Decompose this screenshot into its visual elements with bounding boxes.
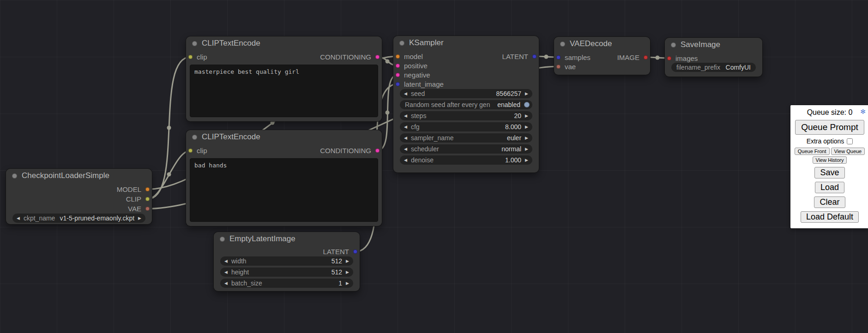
positive-input-dot[interactable] [396,64,400,68]
random-seed-toggle-widget[interactable]: Random seed after every gen enabled [400,100,532,109]
next-value-icon[interactable]: ▶ [138,216,141,220]
height-widget[interactable]: ◀ height 512 ▶ [220,268,353,277]
collapse-dot-icon[interactable] [220,237,225,242]
prev-value-icon[interactable]: ◀ [404,114,407,118]
clip-text-encode-negative-node[interactable]: CLIPTextEncode clip CONDITIONING bad han… [186,130,382,226]
slot-label: VAE [128,205,141,213]
next-value-icon[interactable]: ▶ [525,136,528,140]
clip-output-dot[interactable] [145,197,150,201]
node-title-bar[interactable]: KSampler [393,36,539,50]
link-midpoint-dot [386,59,390,64]
vae-output-dot[interactable] [145,207,150,211]
next-value-icon[interactable]: ▶ [525,158,528,162]
node-title: EmptyLatentImage [229,234,295,244]
next-value-icon[interactable]: ▶ [346,270,349,274]
seed-widget[interactable]: ◀ seed 8566257 ▶ [400,89,532,98]
settings-icon[interactable]: ✻ [860,108,866,115]
extra-options-row: Extra options [807,137,853,145]
steps-widget[interactable]: ◀ steps 20 ▶ [400,111,532,120]
widget-value: 512 [332,257,342,265]
toggle-on-icon[interactable] [524,102,530,107]
slot-label: CONDITIONING [320,147,371,155]
next-value-icon[interactable]: ▶ [346,281,349,285]
collapse-dot-icon[interactable] [560,42,565,47]
load-default-button[interactable]: Load Default [801,211,859,223]
prev-value-icon[interactable]: ◀ [17,216,20,220]
next-value-icon[interactable]: ▶ [525,125,528,129]
queue-front-button[interactable]: Queue Front [795,148,830,155]
node-title-bar[interactable]: CheckpointLoaderSimple [6,169,152,183]
conditioning-output-dot[interactable] [375,149,380,153]
negative-input-dot[interactable] [396,73,400,77]
next-value-icon[interactable]: ▶ [525,92,528,96]
widget-value: enabled [497,101,520,108]
prev-value-icon[interactable]: ◀ [404,136,407,140]
prev-value-icon[interactable]: ◀ [404,92,407,96]
prev-value-icon[interactable]: ◀ [404,125,407,129]
denoise-widget[interactable]: ◀ denoise 1.000 ▶ [400,155,532,165]
ckpt-name-widget[interactable]: ◀ ckpt_name v1-5-pruned-emaonly.ckpt ▶ [12,214,145,223]
slot-label: CONDITIONING [320,53,371,61]
filename-prefix-widget[interactable]: filename_prefix ComfyUI [671,63,756,72]
widget-value: ComfyUI [726,64,751,71]
link-midpoint-dot [167,172,171,177]
prev-value-icon[interactable]: ◀ [224,259,228,263]
node-title-bar[interactable]: CLIPTextEncode [186,36,382,50]
clip-input-dot[interactable] [188,55,193,59]
images-input-dot[interactable] [667,56,671,60]
prev-value-icon[interactable]: ◀ [404,147,407,151]
checkpoint-loader-node[interactable]: CheckpointLoaderSimple MODEL CLIP VAE ◀ … [6,169,152,224]
save-image-node[interactable]: SaveImage images filename_prefix ComfyUI [665,38,762,77]
prev-value-icon[interactable]: ◀ [404,158,407,162]
comfyui-app: { "colors": { "canvas_bg": "#212126", "n… [0,0,868,333]
collapse-dot-icon[interactable] [671,42,676,48]
latent-image-input-dot[interactable] [396,82,400,86]
save-button[interactable]: Save [814,167,844,178]
node-title-bar[interactable]: SaveImage [665,38,762,52]
clip-text-encode-positive-node[interactable]: CLIPTextEncode clip CONDITIONING masterp… [186,36,382,121]
vae-output-slot: VAE [6,204,152,214]
load-button[interactable]: Load [815,182,844,193]
clip-input-dot[interactable] [188,149,193,153]
cfg-widget[interactable]: ◀ cfg 8.000 ▶ [400,122,532,131]
conditioning-output-dot[interactable] [375,55,380,59]
next-value-icon[interactable]: ▶ [346,259,349,263]
view-queue-button[interactable]: View Queue [831,148,865,155]
scheduler-widget[interactable]: ◀ scheduler normal ▶ [400,144,532,154]
collapse-dot-icon[interactable] [399,41,404,46]
vae-decode-node[interactable]: VAEDecode samples vae IMAGE [554,37,650,75]
widget-value: 8.000 [505,123,521,131]
model-output-dot[interactable] [145,187,150,191]
width-widget[interactable]: ◀ width 512 ▶ [220,256,353,266]
empty-latent-image-node[interactable]: EmptyLatentImage LATENT ◀ width 512 ▶ ◀ … [214,232,360,291]
collapse-dot-icon[interactable] [12,173,17,178]
extra-options-checkbox[interactable] [847,138,853,144]
image-output-dot[interactable] [644,55,648,59]
slot-label: images [675,54,698,62]
node-title-bar[interactable]: CLIPTextEncode [186,130,382,144]
next-value-icon[interactable]: ▶ [525,114,528,118]
prev-value-icon[interactable]: ◀ [224,281,228,285]
node-title: VAEDecode [570,39,612,48]
collapse-dot-icon[interactable] [192,41,197,46]
negative-prompt-textarea[interactable]: bad hands [190,158,378,222]
vae-input-dot[interactable] [556,65,561,69]
node-title-bar[interactable]: VAEDecode [554,37,650,51]
latent-output-dot[interactable] [353,250,357,254]
ksampler-node[interactable]: KSampler model positive negative latent_… [393,36,539,172]
batch-size-widget[interactable]: ◀ batch_size 1 ▶ [220,279,353,288]
collapse-dot-icon[interactable] [192,135,197,140]
link-midpoint-dot [544,55,549,59]
node-title-bar[interactable]: EmptyLatentImage [214,232,360,246]
next-value-icon[interactable]: ▶ [525,147,528,151]
positive-input-slot: positive [393,61,539,70]
view-history-button[interactable]: View History [813,156,847,164]
queue-prompt-button[interactable]: Queue Prompt [795,120,864,135]
widget-value: normal [501,145,521,153]
widget-label: denoise [411,156,434,164]
positive-prompt-textarea[interactable]: masterpiece best quality girl [190,65,378,117]
sampler-name-widget[interactable]: ◀ sampler_name euler ▶ [400,133,532,143]
clear-button[interactable]: Clear [814,196,845,208]
latent-output-dot[interactable] [532,54,536,59]
prev-value-icon[interactable]: ◀ [224,270,228,274]
